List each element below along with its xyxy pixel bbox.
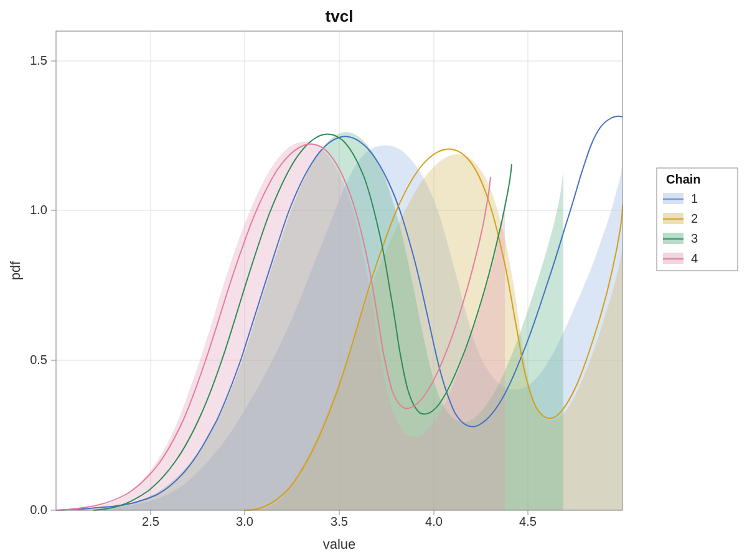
chart-title: tvcl (326, 7, 354, 26)
x-label-3: 3.5 (331, 515, 348, 528)
x-label-2: 3.0 (236, 515, 253, 528)
chart-container: 2.5 3.0 3.5 4.0 4.5 0.0 0.5 1.0 1.5 valu… (0, 0, 747, 560)
legend-label-3: 3 (691, 231, 698, 245)
x-axis-label: value (323, 536, 356, 552)
legend-label-2: 2 (691, 212, 698, 225)
x-label-4: 4.0 (425, 515, 443, 528)
legend-fill-4 (663, 253, 684, 264)
y-label-2: 0.5 (30, 353, 47, 366)
legend-fill-3 (663, 233, 684, 244)
legend-label-1: 1 (691, 192, 698, 205)
legend-label-4: 4 (691, 251, 698, 265)
x-label-5: 4.5 (519, 515, 537, 528)
legend-fill-2 (663, 213, 684, 224)
y-label-4: 1.5 (30, 54, 47, 67)
legend-fill-1 (663, 193, 684, 204)
legend-title: Chain (666, 172, 701, 186)
y-label-1: 0.0 (30, 503, 47, 516)
y-axis-label: pdf (7, 261, 23, 280)
y-label-3: 1.0 (30, 203, 47, 217)
x-label-1: 2.5 (142, 515, 159, 528)
